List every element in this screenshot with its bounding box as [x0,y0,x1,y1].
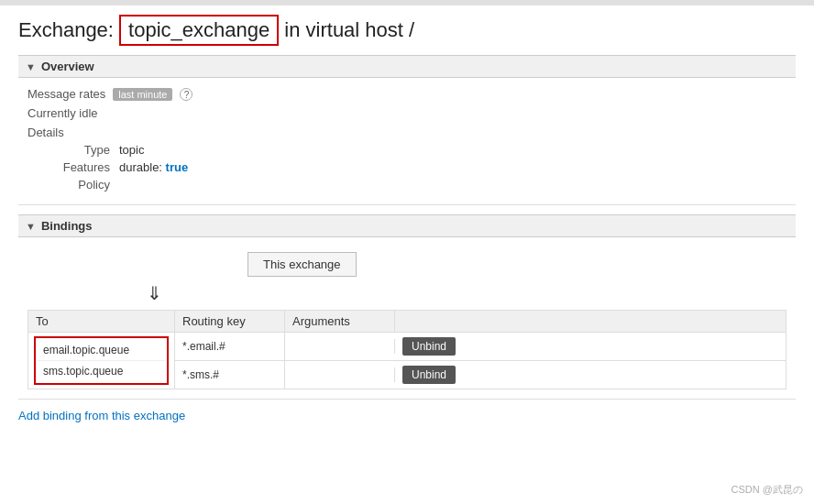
col-header-arguments: Arguments [285,311,395,332]
queue-item-2: sms.topic.queue [38,361,165,381]
page-content: Exchange: topic_exchange in virtual host… [0,5,814,446]
bindings-data-combined: email.topic.queue sms.topic.queue *.emai… [28,333,786,389]
features-value: durable: true [119,160,188,174]
bindings-body: This exchange ⇓ To Routing key Arguments [18,237,796,400]
durable-value: true [166,160,189,174]
unbind-button-2[interactable]: Unbind [402,366,456,384]
features-row: Features durable: true [46,160,786,174]
type-value: topic [119,143,144,157]
col-header-routing-key: Routing key [175,311,285,332]
bindings-table-header: To Routing key Arguments [28,310,786,333]
policy-key: Policy [46,178,119,192]
arguments-1 [285,339,395,354]
overview-body: Message rates last minute ? Currently id… [18,78,796,205]
bindings-table: To Routing key Arguments email.topic.que… [28,310,786,389]
this-exchange-container: This exchange ⇓ [138,247,786,304]
action-2: Unbind [395,362,468,388]
binding-row-2: *.sms.# Unbind [175,361,786,389]
arguments-2 [285,367,395,382]
type-row: Type topic [46,143,786,157]
routing-action-col: *.email.# Unbind *.sms.# Unbind [175,333,786,389]
bindings-section-title: Bindings [41,219,93,233]
durable-label: durable: [119,160,162,174]
this-exchange-box: This exchange [248,252,357,277]
details-table: Type topic Features durable: true Policy [46,143,786,192]
col-header-to: To [28,311,175,332]
exchange-name-box: topic_exchange [119,15,279,46]
queue-item-1: email.topic.queue [38,340,165,361]
currently-idle-text: Currently idle [28,106,786,120]
type-key: Type [46,143,119,157]
policy-row: Policy [46,178,786,192]
message-rates-label: Message rates [28,87,105,101]
help-icon[interactable]: ? [180,88,192,101]
last-minute-badge[interactable]: last minute [113,88,172,101]
overview-arrow-icon: ▼ [26,61,36,72]
overview-section-title: Overview [41,60,94,73]
exchange-prefix: Exchange: [18,18,119,41]
action-1: Unbind [395,334,468,359]
add-binding-row: Add binding from this exchange [18,400,796,428]
unbind-button-1[interactable]: Unbind [402,337,456,356]
page-title: Exchange: topic_exchange in virtual host… [18,15,796,46]
bindings-section: ▼ Bindings This exchange ⇓ To Routing ke… [18,214,796,400]
overview-section: ▼ Overview Message rates last minute ? C… [18,55,796,205]
features-key: Features [46,160,119,174]
routing-key-1: *.email.# [175,333,285,360]
binding-row-1: *.email.# Unbind [175,333,786,361]
to-column: email.topic.queue sms.topic.queue [28,333,175,389]
col-header-action [395,311,468,332]
add-binding-link[interactable]: Add binding from this exchange [18,409,185,422]
message-rates-row: Message rates last minute ? [28,87,786,101]
exchange-name: topic_exchange [128,18,270,41]
overview-section-header[interactable]: ▼ Overview [18,55,796,78]
details-label: Details [28,126,786,139]
down-arrow-icon: ⇓ [147,282,786,304]
exchange-suffix: in virtual host / [279,18,414,41]
queues-box: email.topic.queue sms.topic.queue [34,336,169,385]
bindings-arrow-icon: ▼ [26,221,36,232]
routing-key-2: *.sms.# [175,361,285,389]
watermark: CSDN @武昆の [732,483,803,497]
bindings-section-header[interactable]: ▼ Bindings [18,214,796,237]
